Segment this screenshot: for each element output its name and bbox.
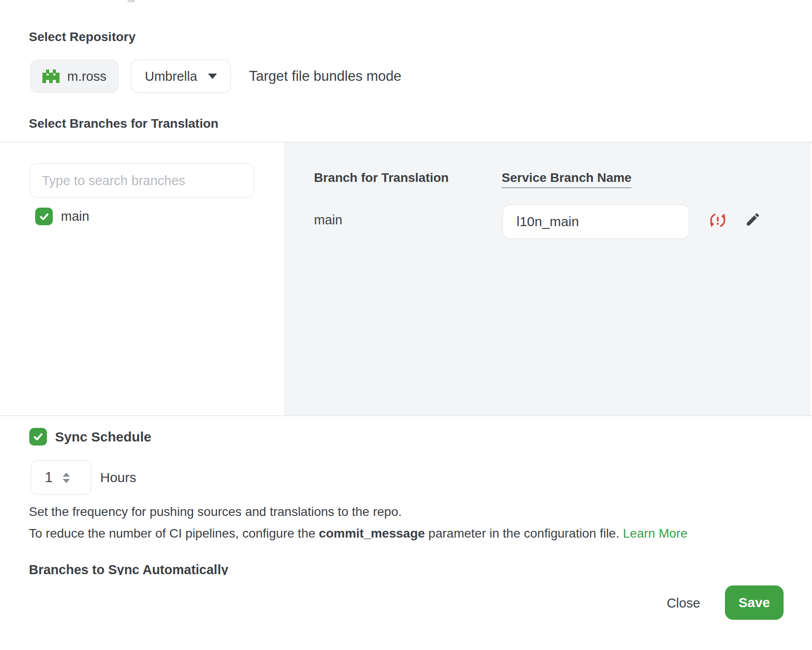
branch-main-label: main (61, 208, 89, 225)
screen: Select Repository m.ross Umbrella (0, 0, 812, 650)
ci-note-suffix: parameter in the configuration file. (425, 526, 623, 540)
sync-error-icon (709, 212, 726, 229)
edit-service-branch-button[interactable] (744, 211, 761, 228)
chevron-down-icon (208, 74, 217, 79)
column-header-service-branch[interactable]: Service Branch Name (502, 171, 632, 188)
target-mode-text: Target file bundles mode (249, 68, 401, 84)
stepper-arrows[interactable] (63, 473, 70, 483)
frequency-description: Set the frequency for pushing sources an… (29, 505, 402, 519)
repository-chip[interactable]: m.ross (30, 60, 119, 93)
branch-main-checkbox[interactable] (35, 208, 53, 225)
stepper-down-icon[interactable] (63, 479, 70, 483)
project-dropdown-value: Umbrella (145, 69, 197, 84)
checkmark-icon (38, 211, 50, 223)
branch-search-input[interactable] (30, 163, 254, 198)
repository-name: m.ross (67, 69, 106, 84)
select-repository-label: Select Repository (29, 30, 136, 44)
select-branches-label: Select Branches for Translation (29, 116, 218, 131)
ci-note-prefix: To reduce the number of CI pipelines, co… (29, 526, 319, 540)
sync-interval-stepper (31, 460, 91, 495)
repo-identicon-icon (42, 69, 60, 84)
repository-row: m.ross Umbrella Target file bundles mode (30, 60, 401, 93)
sync-error-retry-button[interactable] (709, 212, 726, 229)
branch-selection-panel: main Branch for Translation Service Bran… (0, 142, 812, 416)
branches-to-sync-label: Branches to Sync Automatically (29, 561, 228, 575)
stepper-up-icon[interactable] (63, 473, 70, 477)
service-branch-input[interactable] (503, 204, 689, 239)
branches-to-sync-heading-clipped: Branches to Sync Automatically (29, 561, 228, 575)
table-row-branch-name: main (314, 213, 342, 228)
clipped-element-fragment (128, 0, 135, 2)
ci-pipelines-note: To reduce the number of CI pipelines, co… (29, 526, 687, 541)
interval-unit-label: Hours (100, 460, 136, 495)
close-button[interactable]: Close (653, 587, 714, 619)
column-header-branch: Branch for Translation (314, 171, 449, 185)
checkmark-icon (32, 431, 44, 443)
project-dropdown[interactable]: Umbrella (131, 60, 231, 93)
commit-message-param: commit_message (319, 526, 425, 540)
sync-interval-input[interactable] (31, 469, 62, 486)
sync-schedule-label: Sync Schedule (55, 428, 151, 446)
sync-schedule-checkbox[interactable] (29, 428, 47, 446)
pencil-icon (745, 211, 761, 228)
learn-more-link[interactable]: Learn More (623, 526, 687, 540)
save-button[interactable]: Save (725, 585, 784, 620)
repository-settings-dialog: Select Repository m.ross Umbrella (0, 0, 812, 649)
